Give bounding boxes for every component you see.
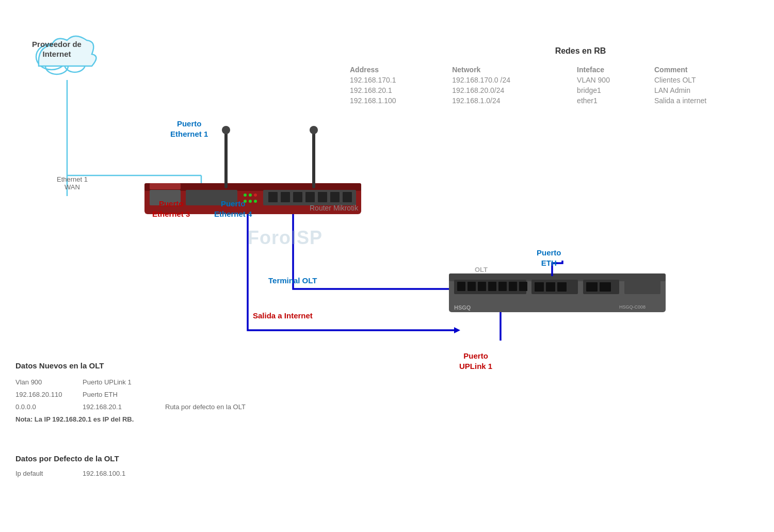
- puerto-eth-label: Puerto ETH: [537, 248, 561, 268]
- led-6: [254, 200, 257, 203]
- datos-nuevos-row: Vlan 900Puerto UPLink 1: [15, 377, 246, 388]
- puerto-uplink-label: Puerto UPLink 1: [459, 351, 492, 371]
- terminal-olt-label: Terminal OLT: [268, 276, 317, 285]
- defecto-col2: 192.168.100.1: [83, 470, 125, 477]
- sfp-4: [488, 282, 496, 291]
- olt-text-label: OLT: [475, 266, 488, 273]
- datos-defecto-title: Datos por Defecto de la OLT: [15, 454, 119, 463]
- olt-far-right: [624, 279, 660, 294]
- datos-defecto-content: Ip default192.168.100.1: [15, 470, 125, 477]
- port-slot-3: [293, 192, 302, 202]
- port-slot-7: [343, 192, 352, 202]
- internet-arrow: [454, 327, 460, 333]
- terminal-arrow: [449, 286, 455, 292]
- uplink-port-1: [586, 282, 598, 292]
- datos-col1: 0.0.0.0: [15, 401, 83, 413]
- col-network: Network: [448, 65, 573, 75]
- led-1: [244, 194, 247, 197]
- antenna-right-tip: [310, 126, 318, 134]
- datos-defecto-row: Ip default192.168.100.1: [15, 470, 125, 477]
- redes-cell-address: 192.168.20.1: [346, 85, 448, 95]
- port-slot-1: [268, 192, 278, 202]
- redes-cell-comment: LAN Admin: [650, 85, 764, 95]
- olt-top: [449, 273, 666, 281]
- sfp-2: [467, 282, 476, 291]
- col-interface: Inteface: [573, 65, 650, 75]
- olt-uplink-area: [583, 280, 619, 294]
- puerto-eth1-label: Puerto Ethernet 1: [170, 119, 208, 139]
- redes-cell-network: 192.168.1.0/24: [448, 95, 573, 106]
- datos-nuevos-row: Nota: La IP 192.168.20.1 es IP del RB.: [15, 414, 246, 425]
- col-comment: Comment: [650, 65, 764, 75]
- eth-port-1: [535, 282, 544, 292]
- datos-col2: Puerto UPLink 1: [83, 377, 165, 388]
- port-slot-4: [305, 192, 315, 202]
- router-mikrotik-label: Router Mikrotik: [310, 204, 358, 212]
- redes-cell-interface: VLAN 900: [573, 75, 650, 85]
- olt-brand-label: HSGQ: [454, 304, 471, 311]
- redes-cell-address: 192.168.1.100: [346, 95, 448, 106]
- redes-cell-network: 192.168.170.0 /24: [448, 75, 573, 85]
- led-2: [249, 194, 252, 197]
- olt-sfp-area: [454, 280, 526, 294]
- diagram-container: HSGQ HSGQ-C008 OLT Proveedor de Internet…: [0, 0, 774, 532]
- antenna-left-tip: [222, 126, 230, 134]
- datos-col1: Vlan 900: [15, 377, 83, 388]
- port-slot-2: [281, 192, 290, 202]
- redes-cell-address: 192.168.170.1: [346, 75, 448, 85]
- olt-body: [449, 276, 666, 312]
- redes-rb-table: Address Network Inteface Comment 192.168…: [346, 65, 764, 106]
- redes-cell-interface: bridge1: [573, 85, 650, 95]
- datos-col1: 192.168.20.110: [15, 389, 83, 400]
- redes-cell-comment: Clientes OLT: [650, 75, 764, 85]
- puerto-eth3-label: Puerto Ethernet 3: [152, 199, 190, 219]
- datos-nuevos-row: 0.0.0.0192.168.20.1Ruta por defecto en l…: [15, 401, 246, 413]
- redes-rb-title: Redes en RB: [387, 46, 774, 56]
- eth-port-2: [546, 282, 555, 292]
- redes-cell-network: 192.168.20.0/24: [448, 85, 573, 95]
- sfp-6: [509, 282, 517, 291]
- datos-nuevos-row: 192.168.20.110Puerto ETH: [15, 389, 246, 400]
- col-address: Address: [346, 65, 448, 75]
- antenna-left: [224, 132, 228, 188]
- redes-cell-interface: ether1: [573, 95, 650, 106]
- datos-nuevos-title: Datos Nuevos en la OLT: [15, 361, 104, 370]
- olt-eth-area: [531, 280, 578, 294]
- uplink-port-2: [600, 282, 611, 292]
- datos-col3: Ruta por defecto en la OLT: [165, 401, 246, 413]
- watermark: ForoISP: [248, 227, 322, 249]
- datos-nuevos-nota: Nota: La IP 192.168.20.1 es IP del RB.: [15, 414, 134, 425]
- antenna-right: [312, 132, 315, 188]
- port-slot-5: [318, 192, 327, 202]
- olt-model-label: HSGQ-C008: [619, 304, 646, 310]
- datos-nuevos-content: Vlan 900Puerto UPLink 1192.168.20.110Pue…: [15, 377, 246, 426]
- datos-col2: Puerto ETH: [83, 389, 165, 400]
- eth1-wan-label: Ethernet 1 WAN: [57, 175, 88, 191]
- led-3: [254, 194, 257, 197]
- eth-port-3: [557, 282, 567, 292]
- redes-cell-comment: Salida a internet: [650, 95, 764, 106]
- router-top: [144, 183, 361, 191]
- port-slot-6: [330, 192, 340, 202]
- router-port-area-right: [263, 190, 356, 205]
- defecto-col1: Ip default: [15, 470, 83, 477]
- sfp-3: [478, 282, 486, 291]
- sfp-1: [457, 282, 465, 291]
- router-display: [150, 183, 181, 189]
- sfp-7: [519, 282, 527, 291]
- salida-internet-label: Salida a Internet: [253, 311, 313, 320]
- datos-col2: 192.168.20.1: [83, 401, 165, 413]
- sfp-5: [498, 282, 507, 291]
- cloud-label: Proveedor de Internet: [15, 21, 98, 77]
- puerto-eth4-label: Puerto Ethernet 4: [214, 199, 252, 219]
